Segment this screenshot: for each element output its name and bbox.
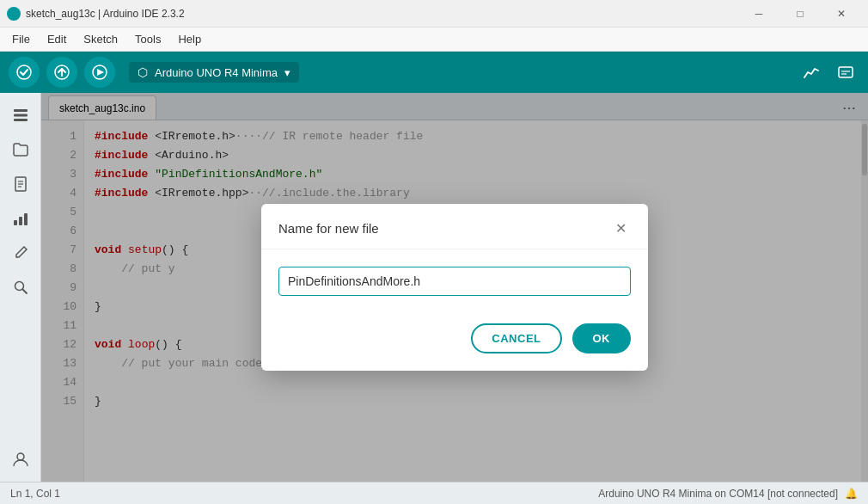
menu-help[interactable]: Help — [169, 28, 210, 52]
board-label: Arduino UNO R4 Minima — [155, 66, 278, 79]
sidebar-icon-file[interactable] — [5, 169, 36, 200]
svg-rect-9 — [14, 114, 28, 117]
minimize-button[interactable]: ─ — [739, 0, 779, 28]
modal-overlay: Name for new file ✕ CANCEL OK — [41, 93, 868, 482]
sidebar-icon-user[interactable] — [5, 444, 36, 475]
sidebar-icon-folder[interactable] — [5, 134, 36, 165]
status-right: Arduino UNO R4 Minima on COM14 [not conn… — [598, 488, 858, 500]
close-button[interactable]: ✕ — [822, 0, 861, 28]
maximize-button[interactable]: □ — [780, 0, 820, 28]
status-board: Arduino UNO R4 Minima on COM14 [not conn… — [598, 488, 838, 500]
usb-icon: ⬡ — [138, 65, 148, 79]
modal-header: Name for new file ✕ — [261, 204, 648, 249]
title-bar-left: sketch_aug13c | Arduino IDE 2.3.2 — [7, 7, 185, 21]
sidebar — [0, 93, 41, 482]
modal-body — [261, 249, 648, 313]
menu-sketch[interactable]: Sketch — [75, 28, 126, 52]
filename-input[interactable] — [278, 267, 631, 296]
svg-point-20 — [17, 453, 24, 460]
status-bar: Ln 1, Col 1 Arduino UNO R4 Minima on COM… — [0, 482, 868, 504]
modal-dialog: Name for new file ✕ CANCEL OK — [261, 204, 648, 371]
serial-plotter-button[interactable] — [798, 58, 825, 86]
svg-rect-17 — [24, 213, 28, 225]
modal-title: Name for new file — [278, 221, 379, 236]
app-icon — [7, 7, 21, 21]
svg-rect-10 — [14, 119, 28, 121]
svg-rect-8 — [14, 109, 28, 112]
upload-button[interactable] — [46, 57, 77, 88]
svg-rect-5 — [839, 67, 853, 77]
modal-close-button[interactable]: ✕ — [610, 218, 631, 238]
serial-monitor-button[interactable] — [832, 58, 859, 86]
menu-edit[interactable]: Edit — [39, 28, 75, 52]
svg-point-0 — [17, 65, 31, 79]
svg-rect-16 — [19, 217, 22, 225]
sidebar-icon-boards[interactable] — [5, 100, 36, 131]
ok-button[interactable]: OK — [572, 323, 632, 353]
sidebar-icon-search[interactable] — [5, 272, 36, 303]
sidebar-icon-chart[interactable] — [5, 203, 36, 234]
window-title: sketch_aug13c | Arduino IDE 2.3.2 — [26, 8, 185, 20]
editor-area: sketch_aug13c.ino ⋯ 1 2 3 4 5 6 7 8 9 1 — [41, 93, 868, 482]
cancel-button[interactable]: CANCEL — [471, 323, 561, 353]
board-selector[interactable]: ⬡ Arduino UNO R4 Minima ▾ — [129, 62, 299, 83]
title-bar-controls: ─ □ ✕ — [739, 0, 861, 28]
main-area: sketch_aug13c.ino ⋯ 1 2 3 4 5 6 7 8 9 1 — [0, 93, 868, 482]
status-position: Ln 1, Col 1 — [10, 488, 60, 500]
dropdown-arrow: ▾ — [284, 66, 290, 79]
menu-tools[interactable]: Tools — [126, 28, 169, 52]
svg-rect-15 — [14, 220, 17, 225]
notification-icon[interactable]: 🔔 — [845, 488, 858, 500]
toolbar-right — [798, 58, 859, 86]
menu-bar: File Edit Sketch Tools Help — [0, 28, 868, 52]
modal-footer: CANCEL OK — [261, 313, 648, 371]
toolbar: ⬡ Arduino UNO R4 Minima ▾ — [0, 52, 868, 93]
title-bar: sketch_aug13c | Arduino IDE 2.3.2 ─ □ ✕ — [0, 0, 868, 28]
verify-button[interactable] — [9, 57, 40, 88]
sidebar-icon-edit[interactable] — [5, 237, 36, 268]
svg-line-19 — [22, 290, 27, 294]
debug-button[interactable] — [84, 57, 115, 88]
svg-marker-4 — [97, 69, 104, 76]
menu-file[interactable]: File — [3, 28, 39, 52]
